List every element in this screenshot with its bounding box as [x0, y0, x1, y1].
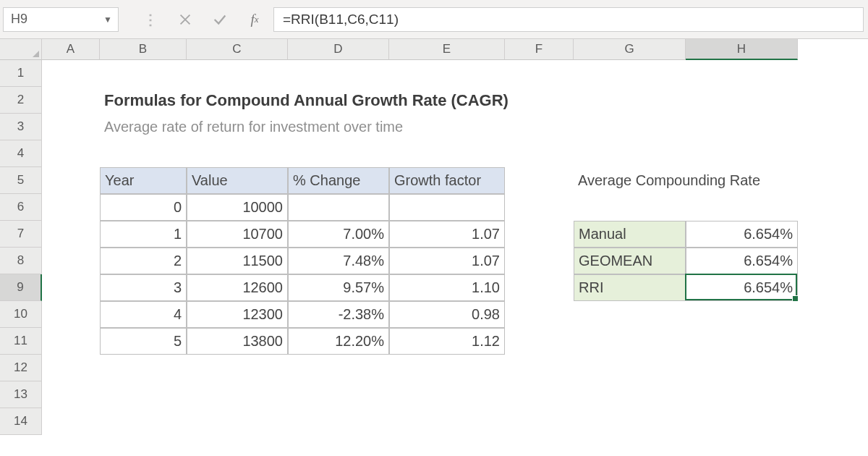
formula-bar: H9 ▼ ⋮ fx =RRI(B11,C6,C11)	[0, 0, 868, 39]
spreadsheet-grid[interactable]: ABCDEFGH 1234567891011121314 Formulas fo…	[0, 39, 868, 456]
row-head-9[interactable]: 9	[0, 274, 42, 301]
factor-cell[interactable]	[389, 194, 505, 221]
value-cell[interactable]: 13800	[187, 328, 288, 355]
year-cell[interactable]: 3	[100, 274, 187, 301]
table-header-value[interactable]: Value	[187, 167, 288, 194]
year-cell[interactable]: 5	[100, 328, 187, 355]
col-head-C[interactable]: C	[187, 39, 288, 60]
row-head-1[interactable]: 1	[0, 60, 42, 87]
change-cell[interactable]	[288, 194, 389, 221]
value-cell[interactable]: 12600	[187, 274, 288, 301]
table-header-factor[interactable]: Growth factor	[389, 167, 505, 194]
factor-cell[interactable]: 1.07	[389, 221, 505, 248]
result-value[interactable]: 6.654%	[686, 248, 798, 274]
change-cell[interactable]: 12.20%	[288, 328, 389, 355]
value-cell[interactable]: 10000	[187, 194, 288, 221]
select-all-corner[interactable]	[0, 39, 42, 60]
row-head-8[interactable]: 8	[0, 248, 42, 274]
result-label[interactable]: GEOMEAN	[574, 248, 686, 274]
row-head-11[interactable]: 11	[0, 328, 42, 355]
row-head-10[interactable]: 10	[0, 301, 42, 328]
cell-reference: H9	[11, 12, 27, 27]
row-head-4[interactable]: 4	[0, 140, 42, 167]
year-cell[interactable]: 1	[100, 221, 187, 248]
name-box[interactable]: H9 ▼	[3, 7, 119, 32]
table-header-change[interactable]: % Change	[288, 167, 389, 194]
column-headers: ABCDEFGH	[42, 39, 798, 60]
table-header-year[interactable]: Year	[100, 167, 187, 194]
change-cell[interactable]: -2.38%	[288, 301, 389, 328]
row-headers: 1234567891011121314	[0, 60, 42, 435]
row-head-3[interactable]: 3	[0, 114, 42, 140]
value-cell[interactable]: 11500	[187, 248, 288, 274]
result-label[interactable]: Manual	[574, 221, 686, 248]
formula-text: =RRI(B11,C6,C11)	[283, 12, 399, 28]
year-cell[interactable]: 0	[100, 194, 187, 221]
result-label[interactable]: RRI	[574, 274, 686, 301]
row-head-13[interactable]: 13	[0, 381, 42, 408]
factor-cell[interactable]: 0.98	[389, 301, 505, 328]
factor-cell[interactable]: 1.12	[389, 328, 505, 355]
value-cell[interactable]: 10700	[187, 221, 288, 248]
row-head-6[interactable]: 6	[0, 194, 42, 221]
row-head-12[interactable]: 12	[0, 355, 42, 381]
change-cell[interactable]: 7.00%	[288, 221, 389, 248]
row-head-2[interactable]: 2	[0, 87, 42, 114]
results-title: Average Compounding Rate	[574, 167, 798, 194]
col-head-B[interactable]: B	[100, 39, 187, 60]
row-head-5[interactable]: 5	[0, 167, 42, 194]
formula-input[interactable]: =RRI(B11,C6,C11)	[273, 7, 864, 32]
row-head-7[interactable]: 7	[0, 221, 42, 248]
year-cell[interactable]: 4	[100, 301, 187, 328]
value-cell[interactable]: 12300	[187, 301, 288, 328]
change-cell[interactable]: 7.48%	[288, 248, 389, 274]
col-head-E[interactable]: E	[389, 39, 505, 60]
col-head-F[interactable]: F	[505, 39, 574, 60]
result-value[interactable]: 6.654%	[686, 274, 798, 301]
col-head-G[interactable]: G	[574, 39, 686, 60]
result-value[interactable]: 6.654%	[686, 221, 798, 248]
change-cell[interactable]: 9.57%	[288, 274, 389, 301]
factor-cell[interactable]: 1.07	[389, 248, 505, 274]
col-head-H[interactable]: H	[686, 39, 798, 60]
year-cell[interactable]: 2	[100, 248, 187, 274]
fx-icon[interactable]: fx	[239, 7, 271, 32]
chevron-down-icon[interactable]: ▼	[103, 14, 112, 25]
col-head-A[interactable]: A	[42, 39, 100, 60]
factor-cell[interactable]: 1.10	[389, 274, 505, 301]
confirm-icon[interactable]	[204, 7, 236, 32]
cancel-icon[interactable]	[169, 7, 201, 32]
ellipsis-icon[interactable]: ⋮	[135, 7, 166, 32]
page-subtitle: Average rate of return for investment ov…	[100, 114, 606, 140]
col-head-D[interactable]: D	[288, 39, 389, 60]
page-title: Formulas for Compound Annual Growth Rate…	[100, 87, 606, 114]
row-head-14[interactable]: 14	[0, 408, 42, 435]
